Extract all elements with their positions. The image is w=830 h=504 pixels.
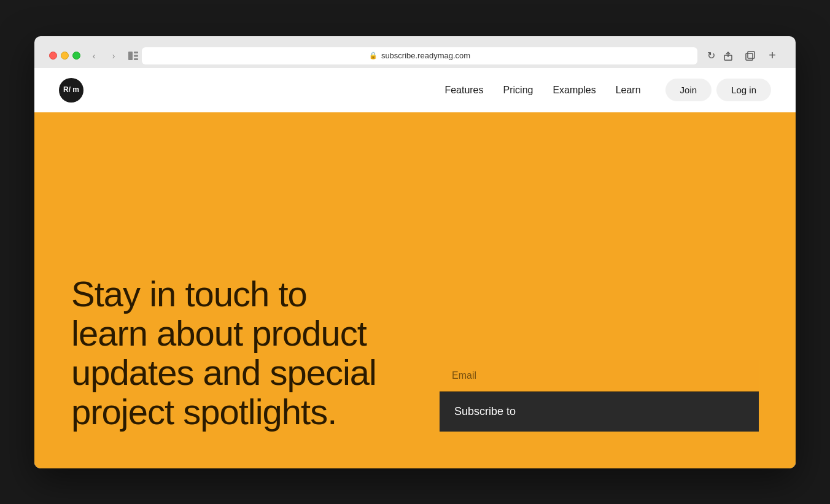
minimize-window-button[interactable] bbox=[61, 52, 69, 60]
hero-text: Stay in touch to learn about product upd… bbox=[71, 274, 390, 431]
nav-actions: Join Log in bbox=[665, 79, 771, 101]
nav-link-features[interactable]: Features bbox=[444, 85, 483, 95]
svg-rect-0 bbox=[128, 52, 133, 60]
nav-item-learn[interactable]: Learn bbox=[616, 85, 641, 96]
lock-icon: 🔒 bbox=[369, 52, 378, 60]
nav-links: Features Pricing Examples Learn bbox=[444, 85, 640, 96]
svg-rect-2 bbox=[134, 55, 138, 56]
nav-link-pricing[interactable]: Pricing bbox=[503, 85, 533, 95]
svg-rect-7 bbox=[748, 52, 754, 58]
svg-rect-3 bbox=[134, 58, 138, 60]
browser-top-row: ‹ › 🔒 subscribe.readymag.com ↻ bbox=[42, 42, 788, 68]
site-navigation: R/ m Features Pricing Examples Learn Joi… bbox=[34, 68, 796, 112]
back-button[interactable]: ‹ bbox=[85, 50, 103, 62]
nav-item-examples[interactable]: Examples bbox=[553, 85, 595, 96]
maximize-window-button[interactable] bbox=[72, 52, 80, 60]
hero-form: Subscribe to bbox=[440, 360, 759, 432]
svg-rect-1 bbox=[134, 52, 138, 53]
address-bar[interactable]: 🔒 subscribe.readymag.com bbox=[142, 47, 697, 64]
email-input[interactable] bbox=[452, 370, 747, 381]
hero-content: Stay in touch to learn about product upd… bbox=[71, 274, 759, 431]
login-button[interactable]: Log in bbox=[716, 79, 771, 101]
share-button[interactable] bbox=[719, 47, 737, 64]
site-logo[interactable]: R/ m bbox=[59, 78, 83, 103]
hero-section: Stay in touch to learn about product upd… bbox=[34, 112, 796, 468]
sidebar-button[interactable] bbox=[125, 50, 142, 62]
logo-text: R/ m bbox=[63, 85, 79, 94]
nav-item-pricing[interactable]: Pricing bbox=[503, 85, 533, 96]
website-content: R/ m Features Pricing Examples Learn Joi… bbox=[34, 68, 796, 468]
nav-link-examples[interactable]: Examples bbox=[553, 85, 595, 95]
email-input-wrapper bbox=[440, 360, 759, 392]
browser-chrome: ‹ › 🔒 subscribe.readymag.com ↻ bbox=[34, 36, 796, 68]
browser-nav: ‹ › bbox=[85, 50, 122, 62]
hero-title: Stay in touch to learn about product upd… bbox=[71, 274, 390, 431]
forward-button[interactable]: › bbox=[105, 50, 122, 62]
url-text: subscribe.readymag.com bbox=[381, 51, 470, 60]
traffic-lights bbox=[49, 52, 80, 60]
address-bar-row: 🔒 subscribe.readymag.com ↻ bbox=[142, 47, 719, 64]
close-window-button[interactable] bbox=[49, 52, 57, 60]
browser-toolbar-right: + bbox=[719, 47, 781, 64]
svg-rect-6 bbox=[746, 53, 753, 60]
nav-item-features[interactable]: Features bbox=[444, 85, 483, 96]
join-button[interactable]: Join bbox=[665, 79, 712, 101]
browser-window: ‹ › 🔒 subscribe.readymag.com ↻ bbox=[34, 36, 796, 468]
subscribe-button[interactable]: Subscribe to bbox=[440, 392, 759, 432]
duplicate-tab-button[interactable] bbox=[742, 47, 759, 64]
reload-button[interactable]: ↻ bbox=[702, 47, 719, 64]
new-tab-button[interactable]: + bbox=[764, 47, 781, 64]
nav-link-learn[interactable]: Learn bbox=[616, 85, 641, 95]
